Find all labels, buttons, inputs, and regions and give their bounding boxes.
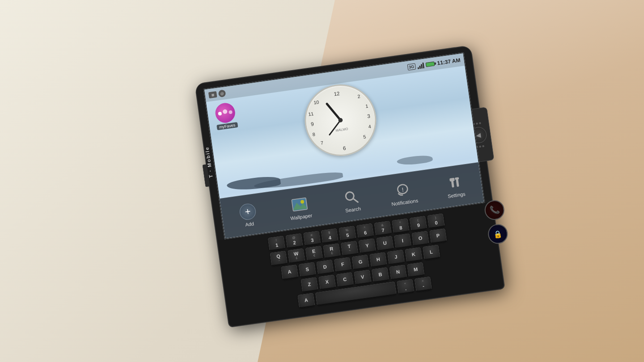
end-call-button[interactable]: 🔒 [487,223,509,245]
key-y[interactable]: Y [358,238,376,253]
key-r[interactable]: R£ [323,243,341,259]
menu-item-search[interactable]: Search [324,181,380,219]
key-o[interactable]: O [411,231,429,246]
search-svg [343,189,359,205]
key-k[interactable]: K [405,247,423,262]
battery-indicator [425,61,435,67]
key-2[interactable]: @2 [285,233,303,248]
key-9[interactable]: (9 [409,215,427,231]
svg-line-20 [353,198,358,202]
wallpaper-icon [291,195,309,213]
svg-text:1: 1 [365,103,369,109]
key-i[interactable]: I [394,233,411,248]
svg-text:6: 6 [343,145,346,151]
key-w[interactable]: W£ [288,248,305,264]
svg-text:8: 8 [312,131,316,137]
svg-text:11: 11 [308,110,314,117]
notifications-icon: ! [394,181,412,199]
svg-text:7: 7 [320,139,324,145]
key-g[interactable]: G [352,254,369,270]
svg-text:2: 2 [357,93,361,99]
nav-dot [476,122,478,125]
key-8[interactable]: *8 [392,218,410,234]
myfaves-dot-1 [218,111,222,115]
key-j[interactable]: J [387,249,405,265]
signal-bars [417,62,424,69]
key-3[interactable]: #3 [303,231,321,246]
phone-wrapper: T · Mobile ◀ [195,46,504,326]
myfaves-dot-3 [229,110,233,114]
key-d[interactable]: D [316,259,334,275]
key-h[interactable]: H [369,252,387,267]
svg-text:10: 10 [313,99,319,105]
key-0[interactable]: )0 [427,213,445,229]
add-circle: + [239,202,257,220]
key-u[interactable]: U [376,236,394,251]
key-7[interactable]: &7 [374,220,392,236]
signal-bar-4 [422,62,424,68]
svg-text:4: 4 [368,123,372,129]
key-m[interactable]: M [407,262,425,278]
myfaves-icon-graphic [214,101,237,124]
notifications-svg: ! [395,181,411,198]
svg-rect-24 [449,177,454,181]
key-c[interactable]: C [336,272,354,287]
key-z[interactable]: Z [301,277,318,292]
notifications-label: Notifications [391,198,419,206]
svg-text:12: 12 [334,90,340,97]
call-button[interactable]: 📞 [483,199,506,221]
key-1[interactable]: !1 [267,236,285,251]
status-left-icons: ▦ @ [208,89,226,99]
menu-item-wallpaper[interactable]: Wallpaper [272,189,328,227]
add-label: Add [245,220,254,227]
key-n[interactable]: N [389,264,407,280]
settings-icon [446,173,464,191]
key-5[interactable]: %5 [339,225,356,241]
nav-dot [479,122,481,124]
key-x[interactable]: X [318,274,336,290]
key-q[interactable]: Q→ [270,250,288,266]
clock-time: 11:37 AM [437,57,461,66]
nav-dot [482,145,484,147]
nav-dot [479,145,481,147]
svg-line-13 [327,102,340,122]
key-a[interactable]: A [281,264,299,280]
phone-body: T · Mobile ◀ [195,46,504,326]
signal-bar-1 [417,67,419,69]
key-t[interactable]: T÷ [341,240,359,256]
key-p[interactable]: P [429,228,447,244]
svg-text:!: ! [401,186,404,193]
key-e[interactable]: E€ [305,245,323,261]
key-l[interactable]: L [423,244,441,260]
key-b[interactable]: B [371,267,389,282]
myfaves-app-icon[interactable]: myFaves [214,101,238,130]
add-icon: + [239,202,257,220]
key-dot[interactable]: +. [397,278,415,294]
myfaves-dots [218,110,233,115]
svg-rect-26 [454,177,459,179]
key-s[interactable]: S [298,262,316,278]
search-label: Search [345,206,361,213]
key-v[interactable]: V [354,269,372,285]
menu-item-add[interactable]: + Add [220,196,276,234]
network-type: 3G [407,63,416,70]
add-plus-symbol: + [244,206,251,217]
svg-text:MALMO: MALMO [335,126,348,132]
settings-svg [447,174,463,190]
key-f[interactable]: F [334,257,352,272]
key-a-bottom[interactable]: A [297,293,315,308]
landscape-element-3 [397,154,433,167]
menu-item-notifications[interactable]: ! Notifications [376,174,432,212]
at-icon: @ [218,89,226,97]
notification-icon: ▦ [208,91,217,98]
myfaves-dot-2 [223,109,228,114]
search-icon [342,188,360,206]
clock-svg: 12 3 6 9 2 1 11 10 7 5 4 8 [301,81,379,159]
settings-label: Settings [447,191,466,198]
key-6[interactable]: ^6 [356,223,374,239]
key-4[interactable]: $4 [321,228,339,244]
svg-text:3: 3 [367,113,370,119]
key-equals[interactable]: =- [414,276,432,292]
clock-widget: 12 3 6 9 2 1 11 10 7 5 4 8 [300,80,381,160]
menu-item-settings[interactable]: Settings [427,167,483,205]
